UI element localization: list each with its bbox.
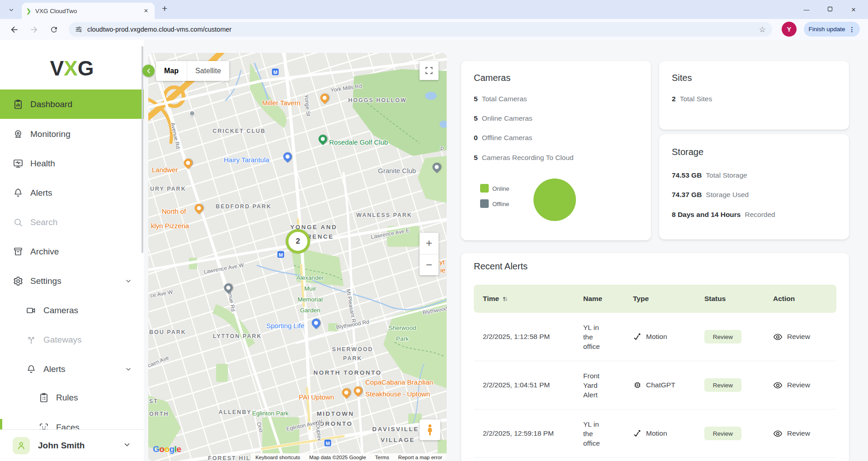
back-button[interactable] — [8, 24, 20, 35]
restaurant-pin[interactable] — [354, 386, 363, 395]
sidebar-item-search[interactable]: Search — [0, 208, 144, 237]
restaurant-pin[interactable] — [195, 204, 203, 212]
zoom-out-button[interactable]: − — [420, 254, 439, 276]
bookmark-star-icon[interactable]: ☆ — [759, 25, 766, 34]
shop-pin[interactable] — [283, 152, 292, 161]
rules-icon — [38, 392, 49, 403]
sidebar-item-rules[interactable]: Rules — [0, 383, 144, 412]
column-time[interactable]: Time — [474, 295, 583, 303]
shop-pin[interactable] — [312, 319, 321, 327]
street-view-pegman[interactable] — [420, 419, 440, 440]
cameras-pie-chart — [533, 179, 576, 221]
storage-card-title: Storage — [672, 147, 703, 157]
dot-poi[interactable] — [189, 110, 195, 117]
camera-cluster-marker[interactable]: 2 — [286, 229, 310, 254]
window-close-button[interactable]: ✕ — [842, 6, 865, 13]
google-logo: Google — [153, 444, 181, 454]
chevron-down-icon[interactable] — [125, 366, 132, 373]
sidebar-collapse-button[interactable] — [142, 65, 155, 77]
recent-alerts-title: Recent Alerts — [474, 261, 528, 272]
user-menu[interactable]: John Smith — [0, 429, 144, 461]
tab-search-button[interactable] — [5, 4, 17, 16]
map-zoom-control: + − — [420, 233, 439, 275]
map-view-button[interactable]: Map — [156, 61, 187, 81]
chevron-down-icon[interactable] — [123, 441, 131, 451]
map-panel[interactable]: HOGGS HOLLOWCRICKET CLUBURY PARKBEDFORD … — [148, 53, 447, 461]
status-badge[interactable]: Review — [704, 427, 741, 440]
motion-icon — [633, 332, 642, 341]
satellite-view-button[interactable]: Satellite — [187, 61, 229, 81]
pegman-icon — [425, 424, 435, 436]
tab-close-icon[interactable]: ✕ — [142, 7, 150, 15]
search-icon — [13, 217, 24, 228]
sidebar-item-health[interactable]: Health — [0, 149, 144, 178]
review-action[interactable]: Review — [773, 429, 836, 438]
camera-icon — [26, 305, 37, 316]
column-status[interactable]: Status — [704, 295, 773, 303]
sidebar-item-alerts-settings[interactable]: Alerts — [0, 355, 144, 384]
sidebar-item-settings[interactable]: Settings — [0, 267, 144, 296]
terms-link[interactable]: Terms — [375, 455, 389, 460]
bell-icon — [13, 188, 24, 198]
zoom-in-button[interactable]: + — [420, 233, 439, 254]
bell-icon — [26, 364, 37, 375]
cameras-card-title: Cameras — [474, 73, 510, 83]
status-badge[interactable]: Review — [704, 378, 741, 392]
reload-button[interactable] — [48, 24, 60, 35]
window-maximize-button[interactable] — [818, 6, 842, 13]
sites-card: Sites 2Total Sites — [659, 61, 849, 130]
sort-icon[interactable] — [502, 296, 509, 302]
column-type[interactable]: Type — [633, 295, 704, 303]
restaurant-pin[interactable] — [184, 159, 193, 167]
sidebar: VXG Dashboard Monitoring Health Alerts S… — [0, 40, 144, 461]
column-action[interactable]: Action — [773, 295, 836, 303]
map-attribution: Keyboard shortcuts Map data ©2025 Google… — [251, 453, 447, 461]
site-info-icon[interactable] — [75, 26, 82, 33]
alerts-table-header: Time Name Type Status Action — [474, 285, 836, 313]
sidebar-item-dashboard[interactable]: Dashboard — [0, 89, 144, 119]
review-action[interactable]: Review — [773, 381, 836, 390]
sidebar-item-monitoring[interactable]: Monitoring — [0, 120, 144, 149]
forward-button[interactable] — [28, 24, 40, 35]
metro-icon[interactable]: M — [324, 439, 332, 447]
cameras-card: Cameras 5Total Cameras 5Online Cameras 0… — [461, 61, 651, 240]
chevron-down-icon[interactable] — [125, 278, 132, 285]
new-tab-button[interactable]: + — [162, 3, 167, 14]
map-data-text: Map data ©2025 Google — [309, 455, 366, 460]
keyboard-shortcuts-link[interactable]: Keyboard shortcuts — [255, 455, 300, 460]
sidebar-item-archive[interactable]: Archive — [0, 237, 144, 266]
address-bar[interactable]: cloudtwo-prod.vxgdemo.cloud-vms.com/cust… — [69, 22, 772, 37]
metro-icon[interactable]: M — [272, 68, 279, 76]
status-badge[interactable]: Review — [704, 330, 741, 343]
legend-online-swatch — [480, 184, 489, 193]
dashboard-icon — [13, 99, 24, 110]
metro-icon[interactable]: M — [277, 251, 285, 259]
gateway-icon — [26, 334, 37, 345]
browser-menu-icon[interactable]: ⋮ — [849, 26, 855, 33]
golf-pin[interactable] — [319, 135, 327, 143]
table-row[interactable]: 2/2/2025, 12:59:18 PM YL in the office M… — [474, 409, 836, 458]
table-row[interactable]: 2/2/2025, 1:04:51 PM Front Yard Alert Ch… — [474, 361, 836, 409]
recent-alerts-card: Recent Alerts Time Name Type Status Acti… — [461, 253, 849, 461]
url-text[interactable]: cloudtwo-prod.vxgdemo.cloud-vms.com/cust… — [87, 26, 759, 33]
review-action[interactable]: Review — [773, 332, 836, 342]
column-name[interactable]: Name — [583, 295, 633, 303]
browser-tab[interactable]: ❯ VXG CloudTwo ✕ — [22, 3, 155, 19]
school-pin[interactable] — [224, 283, 233, 292]
motion-icon — [633, 429, 642, 438]
restaurant-pin[interactable] — [321, 94, 329, 102]
restaurant-pin[interactable] — [342, 388, 351, 397]
report-error-link[interactable]: Report a map error — [398, 455, 442, 460]
generic-pin[interactable] — [433, 163, 441, 171]
window-minimize-button[interactable]: — — [795, 6, 818, 13]
table-row[interactable]: 2/2/2025, 1:12:58 PM YL in the office Mo… — [474, 313, 836, 361]
fullscreen-button[interactable] — [420, 61, 439, 80]
sidebar-item-alerts[interactable]: Alerts — [0, 179, 144, 207]
sidebar-scrollbar-thumb[interactable] — [142, 46, 143, 253]
finish-update-button[interactable]: Finish update ⋮ — [804, 22, 860, 37]
sidebar-item-cameras[interactable]: Cameras — [0, 296, 144, 325]
sidebar-item-gateways[interactable]: Gateways — [0, 325, 144, 354]
browser-profile-avatar[interactable]: Y — [782, 22, 797, 37]
legend-offline-label: Offline — [492, 201, 509, 207]
eye-icon — [773, 381, 783, 390]
